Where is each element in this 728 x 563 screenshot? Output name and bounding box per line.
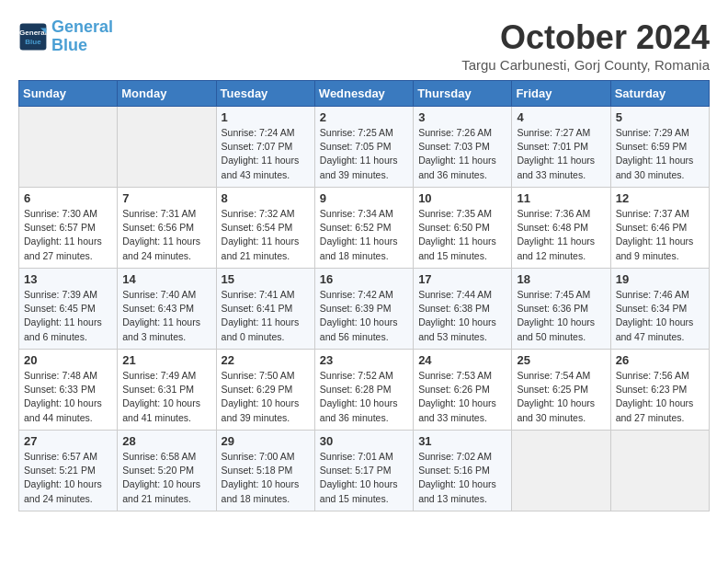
calendar-cell: 27Sunrise: 6:57 AM Sunset: 5:21 PM Dayli… [19,431,118,511]
day-number: 14 [122,272,210,286]
day-info: Sunrise: 7:32 AM Sunset: 6:54 PM Dayligh… [222,207,310,263]
day-number: 28 [122,434,210,448]
day-number: 29 [222,434,310,448]
day-info: Sunrise: 7:44 AM Sunset: 6:38 PM Dayligh… [418,288,506,344]
day-number: 13 [24,272,112,286]
weekday-header-row: SundayMondayTuesdayWednesdayThursdayFrid… [19,81,710,107]
day-info: Sunrise: 7:53 AM Sunset: 6:26 PM Dayligh… [418,369,506,425]
calendar-cell: 6Sunrise: 7:30 AM Sunset: 6:57 PM Daylig… [19,188,118,269]
day-info: Sunrise: 7:52 AM Sunset: 6:28 PM Dayligh… [320,369,408,425]
weekday-header-tuesday: Tuesday [216,81,314,107]
day-number: 8 [222,191,310,205]
calendar-cell: 7Sunrise: 7:31 AM Sunset: 6:56 PM Daylig… [118,188,216,269]
weekday-header-monday: Monday [118,81,216,107]
day-info: Sunrise: 7:24 AM Sunset: 7:07 PM Dayligh… [222,126,310,182]
day-info: Sunrise: 7:34 AM Sunset: 6:52 PM Dayligh… [320,207,408,263]
weekday-header-wednesday: Wednesday [314,81,413,107]
calendar-cell: 30Sunrise: 7:01 AM Sunset: 5:17 PM Dayli… [314,431,413,511]
calendar-cell [610,431,709,511]
day-number: 2 [320,110,408,124]
week-row-2: 6Sunrise: 7:30 AM Sunset: 6:57 PM Daylig… [19,188,710,269]
calendar-cell: 13Sunrise: 7:39 AM Sunset: 6:45 PM Dayli… [19,269,118,350]
day-info: Sunrise: 7:39 AM Sunset: 6:45 PM Dayligh… [24,288,112,344]
weekday-header-sunday: Sunday [19,81,118,107]
day-number: 9 [320,191,408,205]
calendar-cell: 10Sunrise: 7:35 AM Sunset: 6:50 PM Dayli… [414,188,512,269]
day-info: Sunrise: 7:36 AM Sunset: 6:48 PM Dayligh… [517,207,605,263]
weekday-header-friday: Friday [512,81,610,107]
day-info: Sunrise: 7:42 AM Sunset: 6:39 PM Dayligh… [320,288,408,344]
day-info: Sunrise: 7:30 AM Sunset: 6:57 PM Dayligh… [24,207,112,263]
logo: General Blue General Blue [18,18,113,55]
calendar-cell: 28Sunrise: 6:58 AM Sunset: 5:20 PM Dayli… [118,431,216,511]
calendar-cell: 11Sunrise: 7:36 AM Sunset: 6:48 PM Dayli… [512,188,610,269]
day-number: 3 [418,110,506,124]
day-info: Sunrise: 7:27 AM Sunset: 7:01 PM Dayligh… [517,126,605,182]
day-number: 11 [517,191,605,205]
svg-text:Blue: Blue [25,38,41,46]
day-number: 1 [222,110,310,124]
day-info: Sunrise: 7:26 AM Sunset: 7:03 PM Dayligh… [418,126,506,182]
day-info: Sunrise: 7:54 AM Sunset: 6:25 PM Dayligh… [517,369,605,425]
calendar-cell: 14Sunrise: 7:40 AM Sunset: 6:43 PM Dayli… [118,269,216,350]
day-number: 19 [616,272,704,286]
day-number: 5 [616,110,704,124]
calendar-cell: 25Sunrise: 7:54 AM Sunset: 6:25 PM Dayli… [512,350,610,431]
day-info: Sunrise: 7:49 AM Sunset: 6:31 PM Dayligh… [122,369,210,425]
calendar-cell: 22Sunrise: 7:50 AM Sunset: 6:29 PM Dayli… [216,350,314,431]
calendar-cell: 17Sunrise: 7:44 AM Sunset: 6:38 PM Dayli… [414,269,512,350]
weekday-header-thursday: Thursday [414,81,512,107]
day-info: Sunrise: 7:46 AM Sunset: 6:34 PM Dayligh… [616,288,704,344]
calendar-cell [512,431,610,511]
calendar-cell: 29Sunrise: 7:00 AM Sunset: 5:18 PM Dayli… [216,431,314,511]
calendar-cell [19,107,118,188]
day-number: 12 [616,191,704,205]
day-number: 27 [24,434,112,448]
week-row-1: 1Sunrise: 7:24 AM Sunset: 7:07 PM Daylig… [19,107,710,188]
day-number: 15 [222,272,310,286]
calendar-cell: 8Sunrise: 7:32 AM Sunset: 6:54 PM Daylig… [216,188,314,269]
day-number: 26 [616,353,704,367]
day-info: Sunrise: 7:37 AM Sunset: 6:46 PM Dayligh… [616,207,704,263]
day-number: 22 [222,353,310,367]
logo-line2: Blue [51,36,87,54]
calendar-cell: 24Sunrise: 7:53 AM Sunset: 6:26 PM Dayli… [414,350,512,431]
page-header: General Blue General Blue October 2024 T… [18,18,710,73]
calendar-cell: 19Sunrise: 7:46 AM Sunset: 6:34 PM Dayli… [610,269,709,350]
logo-icon: General Blue [18,22,48,52]
day-info: Sunrise: 7:02 AM Sunset: 5:16 PM Dayligh… [418,450,506,506]
day-number: 21 [122,353,210,367]
day-info: Sunrise: 6:57 AM Sunset: 5:21 PM Dayligh… [24,450,112,506]
day-number: 4 [517,110,605,124]
day-number: 7 [122,191,210,205]
calendar-cell: 16Sunrise: 7:42 AM Sunset: 6:39 PM Dayli… [314,269,413,350]
calendar-cell: 2Sunrise: 7:25 AM Sunset: 7:05 PM Daylig… [314,107,413,188]
calendar-cell: 15Sunrise: 7:41 AM Sunset: 6:41 PM Dayli… [216,269,314,350]
day-info: Sunrise: 7:56 AM Sunset: 6:23 PM Dayligh… [616,369,704,425]
day-number: 30 [320,434,408,448]
day-number: 10 [418,191,506,205]
day-info: Sunrise: 7:50 AM Sunset: 6:29 PM Dayligh… [222,369,310,425]
day-number: 25 [517,353,605,367]
day-number: 23 [320,353,408,367]
day-info: Sunrise: 7:41 AM Sunset: 6:41 PM Dayligh… [222,288,310,344]
day-number: 24 [418,353,506,367]
day-info: Sunrise: 7:40 AM Sunset: 6:43 PM Dayligh… [122,288,210,344]
calendar-cell: 18Sunrise: 7:45 AM Sunset: 6:36 PM Dayli… [512,269,610,350]
day-info: Sunrise: 7:25 AM Sunset: 7:05 PM Dayligh… [320,126,408,182]
calendar-subtitle: Targu Carbunesti, Gorj County, Romania [461,57,710,73]
day-info: Sunrise: 7:01 AM Sunset: 5:17 PM Dayligh… [320,450,408,506]
day-info: Sunrise: 7:48 AM Sunset: 6:33 PM Dayligh… [24,369,112,425]
day-info: Sunrise: 7:29 AM Sunset: 6:59 PM Dayligh… [616,126,704,182]
calendar-cell: 12Sunrise: 7:37 AM Sunset: 6:46 PM Dayli… [610,188,709,269]
week-row-3: 13Sunrise: 7:39 AM Sunset: 6:45 PM Dayli… [19,269,710,350]
weekday-header-saturday: Saturday [610,81,709,107]
calendar-cell: 31Sunrise: 7:02 AM Sunset: 5:16 PM Dayli… [414,431,512,511]
calendar-cell: 5Sunrise: 7:29 AM Sunset: 6:59 PM Daylig… [610,107,709,188]
day-number: 18 [517,272,605,286]
day-number: 20 [24,353,112,367]
day-number: 6 [24,191,112,205]
week-row-5: 27Sunrise: 6:57 AM Sunset: 5:21 PM Dayli… [19,431,710,511]
day-number: 16 [320,272,408,286]
calendar-table: SundayMondayTuesdayWednesdayThursdayFrid… [18,80,710,511]
